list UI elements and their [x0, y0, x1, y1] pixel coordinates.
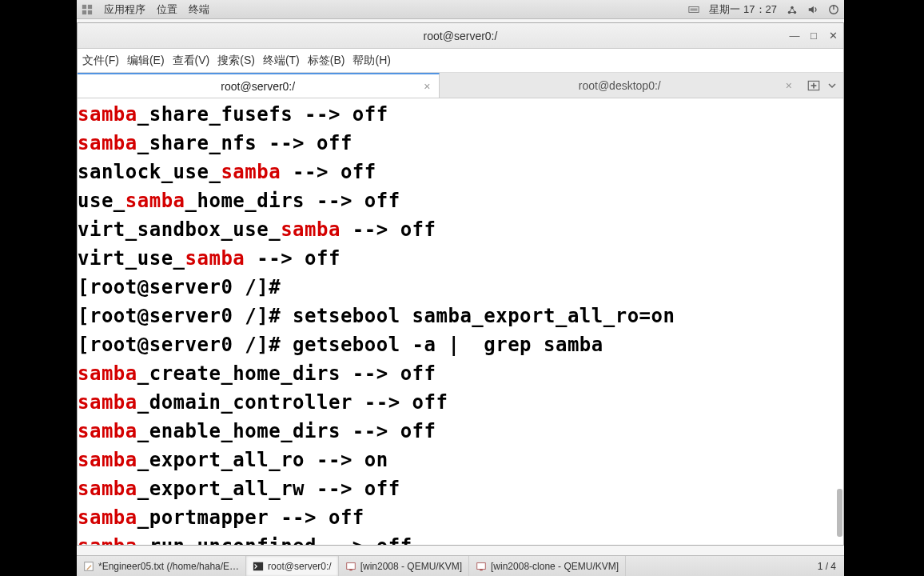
taskbar-item-editor[interactable]: *Engineer05.txt (/home/haha/E… — [77, 556, 246, 576]
new-tab-icon[interactable] — [807, 78, 821, 93]
window-title: root@server0:/ — [424, 30, 498, 42]
taskbar-item-vm1[interactable]: [win2008 - QEMU/KVM] — [339, 556, 469, 576]
terminal-output[interactable]: samba_share_fusefs --> off samba_share_n… — [78, 98, 843, 545]
svg-rect-2 — [82, 10, 86, 14]
apps-menu[interactable]: 应用程序 — [104, 2, 145, 17]
tab-label: root@desktop0:/ — [579, 79, 661, 92]
svg-rect-4 — [689, 6, 699, 12]
vm-icon — [345, 561, 356, 572]
taskbar-label: [win2008 - QEMU/KVM] — [360, 561, 462, 572]
prompt-line: [root@server0 /]# setsebool samba_export… — [78, 302, 843, 330]
output-line: samba_export_all_ro --> on — [78, 446, 843, 474]
terminal-menu[interactable]: 终端 — [189, 2, 209, 17]
output-line: samba_domain_controller --> off — [78, 388, 843, 417]
apps-icon — [82, 4, 93, 15]
svg-rect-0 — [82, 4, 86, 8]
output-line: samba_enable_home_dirs --> off — [78, 417, 843, 446]
tab-close-icon[interactable]: × — [424, 80, 430, 93]
power-icon[interactable] — [828, 4, 839, 15]
output-line: use_samba_home_dirs --> off — [78, 186, 843, 215]
menu-help[interactable]: 帮助(H) — [352, 54, 390, 68]
output-line: samba_share_nfs --> off — [78, 129, 843, 158]
svg-rect-17 — [346, 562, 355, 569]
taskbar: *Engineer05.txt (/home/haha/E… root@serv… — [77, 555, 844, 576]
taskbar-item-vm2[interactable]: [win2008-clone - QEMU/KVM] — [469, 556, 626, 576]
close-button[interactable]: ✕ — [827, 30, 838, 42]
menu-view[interactable]: 查看(V) — [173, 54, 210, 68]
dropdown-icon[interactable] — [827, 81, 837, 90]
tab-desktop0[interactable]: root@desktop0:/ × — [440, 73, 801, 98]
terminal-icon — [253, 561, 264, 572]
places-menu[interactable]: 位置 — [157, 2, 177, 17]
editor-icon — [83, 561, 94, 572]
workspace-pager[interactable]: 1 / 4 — [818, 561, 836, 572]
svg-rect-3 — [88, 10, 92, 14]
menubar: 文件(F) 编辑(E) 查看(V) 搜索(S) 终端(T) 标签(B) 帮助(H… — [78, 49, 843, 73]
scrollbar[interactable] — [835, 194, 843, 545]
keyboard-icon[interactable] — [688, 4, 699, 15]
menu-search[interactable]: 搜索(S) — [217, 54, 255, 68]
taskbar-item-terminal[interactable]: root@server0:/ — [246, 556, 339, 576]
taskbar-label: [win2008-clone - QEMU/KVM] — [491, 561, 619, 572]
menu-file[interactable]: 文件(F) — [82, 54, 119, 68]
output-line: virt_use_samba --> off — [78, 244, 843, 273]
minimize-button[interactable]: — — [789, 30, 800, 42]
svg-rect-16 — [253, 562, 263, 570]
svg-rect-1 — [88, 4, 92, 8]
menu-tabs[interactable]: 标签(B) — [308, 54, 345, 68]
svg-rect-15 — [85, 562, 94, 570]
scroll-thumb[interactable] — [837, 489, 842, 537]
menu-edit[interactable]: 编辑(E) — [127, 54, 165, 68]
taskbar-label: *Engineer05.txt (/home/haha/E… — [98, 561, 239, 572]
terminal-window: root@server0:/ — □ ✕ 文件(F) 编辑(E) 查看(V) 搜… — [77, 22, 844, 546]
output-line: virt_sandbox_use_samba --> off — [78, 215, 843, 244]
output-line: samba_run_unconfined --> off — [78, 532, 843, 545]
tabbar: root@server0:/ × root@desktop0:/ × — [78, 73, 843, 98]
output-line: samba_export_all_rw --> off — [78, 474, 843, 503]
menu-terminal[interactable]: 终端(T) — [263, 54, 300, 68]
network-icon[interactable] — [787, 4, 798, 15]
output-line: samba_portmapper --> off — [78, 503, 843, 532]
tab-close-icon[interactable]: × — [786, 79, 792, 92]
output-line: samba_share_fusefs --> off — [78, 100, 843, 129]
volume-icon[interactable] — [807, 4, 818, 15]
svg-rect-20 — [480, 569, 483, 570]
prompt-line: [root@server0 /]# — [78, 273, 843, 302]
taskbar-label: root@server0:/ — [268, 561, 332, 572]
titlebar: root@server0:/ — □ ✕ — [78, 23, 843, 49]
svg-rect-19 — [477, 562, 486, 569]
svg-rect-18 — [349, 569, 352, 570]
vm-icon — [476, 561, 487, 572]
tab-label: root@server0:/ — [221, 80, 295, 93]
tab-server0[interactable]: root@server0:/ × — [78, 73, 440, 98]
output-line: sanlock_use_samba --> off — [78, 158, 843, 186]
prompt-line: [root@server0 /]# getsebool -a | grep sa… — [78, 330, 843, 359]
desktop-topbar: 应用程序 位置 终端 星期一 17：27 — [77, 0, 844, 19]
datetime[interactable]: 星期一 17：27 — [709, 2, 777, 17]
output-line: samba_create_home_dirs --> off — [78, 359, 843, 388]
maximize-button[interactable]: □ — [808, 30, 819, 42]
